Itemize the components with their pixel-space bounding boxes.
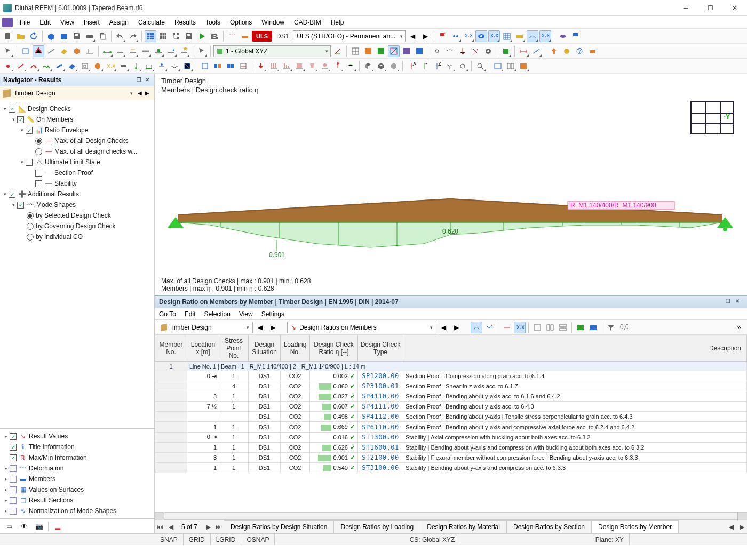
maximize-button[interactable]: ☐ <box>698 0 722 16</box>
axis-widget[interactable]: -Y <box>690 101 734 134</box>
table-row[interactable]: 4DS1CO2 0.860✓ SP3100.01Section Proof | … <box>155 381 747 391</box>
sn5-icon[interactable] <box>482 45 494 57</box>
c3-icon[interactable] <box>388 60 400 72</box>
res-tb2-icon[interactable] <box>483 322 495 333</box>
tab-design-ratios-by-member[interactable]: Design Ratios by Member <box>591 520 679 534</box>
tree-maxmin[interactable]: ⇅Max/Min Information <box>0 452 154 463</box>
menu-view[interactable]: View <box>55 17 79 28</box>
table-row[interactable]: 0 ⇥1DS1CO2 0.002✓ SP1200.00Section Proof… <box>155 371 747 381</box>
xxx3-icon[interactable]: x.xx <box>539 30 551 42</box>
mbr-icon[interactable] <box>53 60 65 72</box>
tree-ratio-env[interactable]: ▾📊Ratio Envelope <box>0 125 154 135</box>
menu-assign[interactable]: Assign <box>105 17 133 28</box>
tree-members[interactable]: ▸▬Members <box>0 474 154 484</box>
next-lc-icon[interactable]: ▶ <box>419 30 431 42</box>
page-last[interactable]: ⏭ <box>213 523 224 531</box>
g3-icon[interactable] <box>375 45 387 57</box>
res-tb6-icon[interactable] <box>544 322 556 333</box>
res-tb9-icon[interactable] <box>587 322 599 333</box>
res-sel1-next[interactable]: ▶ <box>267 322 279 333</box>
lns-icon[interactable] <box>143 60 155 72</box>
table-row[interactable]: DS1CO2 0.498✓ SP4112.00Section Proof | B… <box>155 412 747 422</box>
res-sel1-prev[interactable]: ◀ <box>254 322 266 333</box>
flag-icon[interactable] <box>437 30 449 42</box>
tree-mode-shapes[interactable]: ▾〰Mode Shapes <box>0 199 154 210</box>
line-icon[interactable] <box>33 45 44 57</box>
table-row[interactable]: 31DS1CO2 0.827✓ SP4110.00Section Proof |… <box>155 391 747 402</box>
c2-icon[interactable] <box>375 60 387 72</box>
beam4-icon[interactable] <box>140 45 152 57</box>
menu-edit[interactable]: Edit <box>35 17 55 28</box>
tree-by-sel[interactable]: by Selected Design Check <box>0 210 154 221</box>
loads2-icon[interactable] <box>239 30 251 42</box>
thk-icon[interactable] <box>117 60 129 72</box>
block-icon[interactable] <box>58 30 70 42</box>
col-type[interactable]: Design Check Type <box>358 335 403 362</box>
sn1-icon[interactable] <box>431 45 443 57</box>
tab-design-ratios-by-design-situation[interactable]: Design Ratios by Design Situation <box>224 520 334 534</box>
tree-stability[interactable]: —Stability <box>0 178 154 189</box>
res-tb5-icon[interactable] <box>531 322 543 333</box>
res-tb8-icon[interactable] <box>575 322 586 333</box>
sn4-icon[interactable] <box>470 45 481 57</box>
f2-icon[interactable] <box>268 60 280 72</box>
f4-icon[interactable] <box>293 60 305 72</box>
nav-restore-icon[interactable]: ❐ <box>135 76 142 84</box>
v3-icon[interactable]: ? <box>574 45 585 57</box>
ecc-icon[interactable] <box>156 60 168 72</box>
g4-icon[interactable] <box>388 45 400 57</box>
beam6-icon[interactable] <box>165 45 177 57</box>
tree-by-co[interactable]: by Individual CO <box>0 231 154 242</box>
status-lgrid[interactable]: LGRID <box>211 534 242 545</box>
rgl-icon[interactable] <box>181 60 193 72</box>
nav-prev-icon[interactable]: ◀ <box>136 90 144 96</box>
res-tb4-icon[interactable]: x.xx <box>514 322 526 333</box>
pt-icon[interactable] <box>2 60 14 72</box>
col-ratio[interactable]: Design Check Ratio η [--] <box>310 335 358 362</box>
b1-icon[interactable] <box>199 60 211 72</box>
nav-foot-1-icon[interactable]: ▭ <box>3 521 15 532</box>
tabs-prev[interactable]: ◀ <box>726 523 736 531</box>
tree-result-sections[interactable]: ▸◫Result Sections <box>0 495 154 506</box>
dim2-icon[interactable] <box>530 45 542 57</box>
col-load[interactable]: Loading No. <box>281 335 310 362</box>
ax-x-icon[interactable]: X <box>406 60 417 72</box>
page-prev[interactable]: ◀ <box>165 523 176 531</box>
col-desc[interactable]: Description <box>403 335 747 362</box>
b3-icon[interactable] <box>225 60 236 72</box>
col-member[interactable]: Member No. <box>155 335 187 362</box>
ax-z-icon[interactable]: Z <box>431 60 443 72</box>
app-menu-icon[interactable] <box>2 18 13 27</box>
ax-y-icon[interactable]: -Y <box>418 60 430 72</box>
c1-icon[interactable] <box>362 60 374 72</box>
flag2-icon[interactable] <box>570 30 582 42</box>
tabs-next[interactable]: ▶ <box>736 523 747 531</box>
zm1-icon[interactable] <box>474 60 486 72</box>
res-view[interactable]: View <box>239 310 253 318</box>
g2-icon[interactable] <box>362 45 374 57</box>
spl-icon[interactable] <box>41 60 52 72</box>
node-icon[interactable] <box>20 45 31 57</box>
f1-icon[interactable] <box>255 60 267 72</box>
anim-icon[interactable] <box>557 30 569 42</box>
tab-design-ratios-by-material[interactable]: Design Ratios by Material <box>420 520 507 534</box>
menu-window[interactable]: Window <box>257 17 289 28</box>
col-loc[interactable]: Location x [m] <box>187 335 219 362</box>
sel-arrow-icon[interactable] <box>196 45 208 57</box>
table-row[interactable]: 0 ⇥1DS1CO2 0.016✓ ST1300.00Stability | A… <box>155 432 747 442</box>
menu-tools[interactable]: Tools <box>201 17 225 28</box>
w1-icon[interactable] <box>492 60 504 72</box>
ax-rot-icon[interactable] <box>457 60 468 72</box>
solid-icon[interactable] <box>71 45 83 57</box>
hscroll-left[interactable] <box>155 513 164 520</box>
tab-design-ratios-by-section[interactable]: Design Ratios by Section <box>506 520 592 534</box>
tree-values-surf[interactable]: ▸▦Values on Surfaces <box>0 484 154 495</box>
page-next[interactable]: ▶ <box>203 523 213 531</box>
g5-icon[interactable] <box>401 45 412 57</box>
tree-title-info[interactable]: ℹTitle Information <box>0 442 154 452</box>
copy-icon[interactable] <box>97 30 108 42</box>
tab-design-ratios-by-loading[interactable]: Design Ratios by Loading <box>333 520 420 534</box>
status-snap[interactable]: SNAP <box>155 534 184 545</box>
tree-norm[interactable]: ▸∿Normalization of Mode Shapes <box>0 506 154 516</box>
beam5-icon[interactable] <box>153 45 164 57</box>
